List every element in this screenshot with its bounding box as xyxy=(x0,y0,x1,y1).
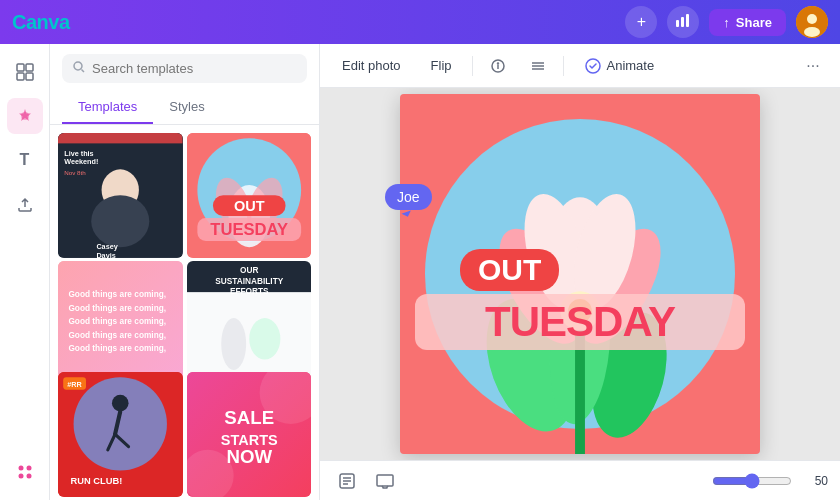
canvas-container: Joe xyxy=(400,94,760,454)
template-card-run-club[interactable]: RUN CLUB! #RR xyxy=(58,372,183,497)
svg-text:EFFORTS: EFFORTS xyxy=(229,286,268,296)
svg-text:Good things are coming,: Good things are coming, xyxy=(68,343,166,353)
toolbar-divider-2 xyxy=(563,56,564,76)
icon-sidebar: T xyxy=(0,44,50,500)
animate-icon xyxy=(584,57,602,75)
edit-photo-button[interactable]: Edit photo xyxy=(332,53,411,78)
more-options-button[interactable]: ··· xyxy=(798,51,828,81)
svg-rect-7 xyxy=(26,64,33,71)
svg-text:Weekend!: Weekend! xyxy=(64,157,98,166)
svg-text:TUESDAY: TUESDAY xyxy=(210,220,288,239)
svg-text:Good things are coming,: Good things are coming, xyxy=(68,302,166,312)
template-grid: Live this Weekend! Nov 8th Casey Davis xyxy=(50,125,319,500)
canvas-frame[interactable]: OUT TUESDAY xyxy=(400,94,760,454)
text-icon: T xyxy=(20,151,30,169)
svg-text:OUT: OUT xyxy=(233,198,264,214)
search-input-wrap xyxy=(62,54,307,83)
svg-rect-1 xyxy=(681,17,684,27)
topbar: Canva + ↑ Share xyxy=(0,0,840,44)
svg-rect-0 xyxy=(676,20,679,27)
svg-rect-82 xyxy=(377,475,393,486)
svg-text:STARTS: STARTS xyxy=(220,432,277,448)
plus-icon: + xyxy=(637,13,646,31)
svg-point-45 xyxy=(221,318,246,370)
avatar[interactable] xyxy=(796,6,828,38)
svg-point-4 xyxy=(807,14,817,24)
sidebar-item-apps[interactable] xyxy=(7,454,43,490)
svg-point-46 xyxy=(249,318,280,360)
menu-button[interactable] xyxy=(523,51,553,81)
template-card-good-things[interactable]: Good things are coming, Good things are … xyxy=(58,261,183,386)
svg-point-15 xyxy=(74,62,82,70)
svg-rect-8 xyxy=(17,73,24,80)
bottom-left-controls xyxy=(332,466,400,496)
analytics-button[interactable] xyxy=(667,6,699,38)
canvas-workspace[interactable]: Joe xyxy=(320,88,840,460)
svg-text:Good things are coming,: Good things are coming, xyxy=(68,289,166,299)
svg-text:Good things are coming,: Good things are coming, xyxy=(68,316,166,326)
canvas-tuesday-label: TUESDAY xyxy=(415,294,745,350)
svg-point-22 xyxy=(91,195,149,247)
panel-tabs: Templates Styles xyxy=(50,91,319,125)
bottom-toolbar: 50 xyxy=(320,460,840,500)
svg-text:RUN CLUB!: RUN CLUB! xyxy=(70,476,122,486)
animate-label: Animate xyxy=(607,58,655,73)
canvas-out-label: OUT xyxy=(460,249,559,291)
svg-point-50 xyxy=(112,395,129,412)
svg-point-49 xyxy=(74,378,167,471)
svg-text:SALE: SALE xyxy=(224,407,274,428)
tab-styles[interactable]: Styles xyxy=(153,91,220,124)
flip-button[interactable]: Flip xyxy=(421,53,462,78)
add-button[interactable]: + xyxy=(625,6,657,38)
svg-text:SUSTAINABILITY: SUSTAINABILITY xyxy=(215,275,284,285)
svg-rect-2 xyxy=(686,14,689,27)
svg-rect-17 xyxy=(58,133,183,143)
sidebar-item-text[interactable]: T xyxy=(7,142,43,178)
svg-text:#RR: #RR xyxy=(67,380,82,389)
template-card-sale[interactable]: SALE STARTS NOW xyxy=(187,372,312,497)
template-card-out-tuesday[interactable]: OUT TUESDAY xyxy=(187,133,312,258)
svg-text:Good things are coming,: Good things are coming, xyxy=(68,329,166,339)
animate-button[interactable]: Animate xyxy=(574,52,665,80)
zoom-value: 50 xyxy=(800,474,828,488)
search-input[interactable] xyxy=(92,61,297,76)
share-icon: ↑ xyxy=(723,15,730,30)
svg-point-65 xyxy=(497,63,498,64)
flip-label: Flip xyxy=(431,58,452,73)
notes-button[interactable] xyxy=(332,466,362,496)
search-icon xyxy=(72,60,86,77)
svg-point-13 xyxy=(18,474,23,479)
sidebar-item-elements[interactable] xyxy=(7,98,43,134)
zoom-slider[interactable] xyxy=(712,473,792,489)
svg-point-11 xyxy=(18,466,23,471)
svg-point-5 xyxy=(804,27,820,37)
joe-tooltip: Joe xyxy=(385,184,432,210)
canvas-toolbar: Edit photo Flip xyxy=(320,44,840,88)
svg-rect-6 xyxy=(17,64,24,71)
bottom-right-controls: 50 xyxy=(712,473,828,489)
svg-rect-9 xyxy=(26,73,33,80)
sidebar-item-uploads[interactable] xyxy=(7,186,43,222)
svg-text:OUR: OUR xyxy=(240,265,258,275)
tab-templates[interactable]: Templates xyxy=(62,91,153,124)
svg-text:Davis: Davis xyxy=(96,251,115,258)
template-card-casey[interactable]: Live this Weekend! Nov 8th Casey Davis xyxy=(58,133,183,258)
template-card-sustainability[interactable]: OUR SUSTAINABILITY EFFORTS The Canva And… xyxy=(187,261,312,386)
sidebar-item-layout[interactable] xyxy=(7,54,43,90)
analytics-icon xyxy=(675,12,691,32)
canvas-area: Edit photo Flip xyxy=(320,44,840,500)
svg-point-12 xyxy=(26,466,31,471)
svg-point-14 xyxy=(26,474,31,479)
present-button[interactable] xyxy=(370,466,400,496)
svg-text:NOW: NOW xyxy=(226,447,272,468)
canva-logo: Canva xyxy=(12,11,70,34)
info-button[interactable] xyxy=(483,51,513,81)
svg-text:Nov 8th: Nov 8th xyxy=(64,169,86,176)
templates-panel: Templates Styles Live this Weekend! Nov … xyxy=(50,44,320,500)
toolbar-divider xyxy=(472,56,473,76)
search-bar xyxy=(50,44,319,91)
more-icon: ··· xyxy=(806,57,819,75)
edit-photo-label: Edit photo xyxy=(342,58,401,73)
main-layout: T xyxy=(0,44,840,500)
share-button[interactable]: ↑ Share xyxy=(709,9,786,36)
